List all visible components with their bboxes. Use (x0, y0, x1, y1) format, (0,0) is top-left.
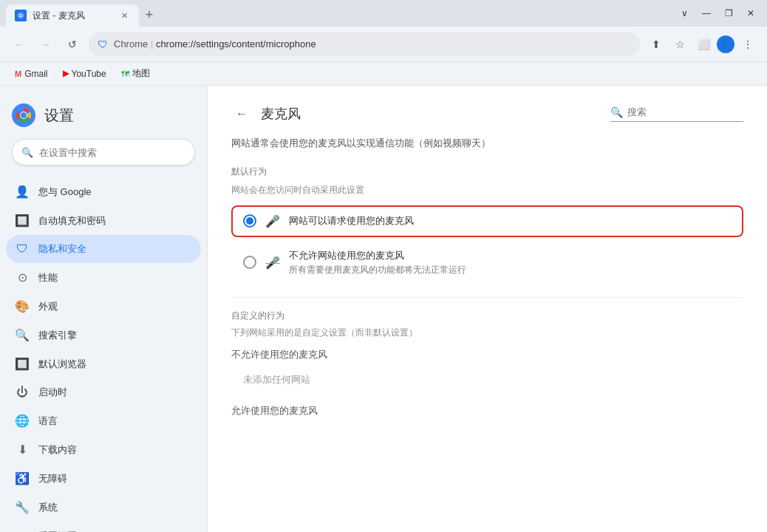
startup-icon: ⏻ (15, 386, 30, 399)
sidebar-label-system: 系统 (38, 501, 58, 514)
allow-microphone-option[interactable]: 🎤 网站可以请求使用您的麦克风 (231, 205, 743, 237)
sidebar-label-startup: 启动时 (38, 386, 67, 399)
sidebar-label-search: 搜索引擎 (38, 329, 77, 342)
deny-option-text: 不允许网站使用您的麦克风 所有需要使用麦克风的功能都将无法正常运行 (289, 249, 466, 276)
performance-icon: ⊙ (15, 270, 30, 284)
tab-title: 设置 - 麦克风 (33, 10, 112, 22)
maps-icon: 🗺 (121, 69, 129, 78)
bookmark-maps[interactable]: 🗺 地图 (115, 64, 156, 83)
forward-button[interactable]: → (35, 34, 56, 55)
chevron-down-button[interactable]: ∨ (674, 3, 695, 24)
active-tab[interactable]: 设置 - 麦克风 ✕ (6, 4, 139, 27)
header-search[interactable]: 🔍 (610, 106, 743, 122)
tab-close-button[interactable]: ✕ (118, 10, 130, 21)
reset-icon: ⟳ (15, 529, 30, 532)
reload-button[interactable]: ↺ (62, 34, 83, 55)
not-allowed-label: 不允许使用您的麦克风 (231, 348, 743, 361)
sidebar: 设置 🔍 👤 您与 Google 🔲 自动填充和密码 🛡 隐私和安全 ⊙ 性能 (0, 86, 207, 532)
allow-label: 允许使用您的麦克风 (231, 404, 743, 417)
tab-favicon (15, 10, 27, 21)
page-title: 麦克风 (261, 105, 301, 123)
auto-apply-desc: 网站会在您访问时自动采用此设置 (231, 184, 743, 197)
sidebar-item-startup[interactable]: ⏻ 启动时 (6, 378, 201, 406)
sidebar-label-performance: 性能 (38, 271, 58, 284)
settings-title: 设置 (44, 106, 74, 126)
sidebar-search-box[interactable]: 🔍 (12, 139, 195, 166)
microphone-description: 网站通常会使用您的麦克风以实现通信功能（例如视频聊天） (231, 136, 743, 151)
minimize-button[interactable]: — (696, 3, 717, 24)
sidebar-label-reset: 重置设置 (38, 530, 77, 533)
nav-actions: ⬆ ☆ ⬜ 👤 ⋮ (646, 34, 758, 55)
sidebar-item-language[interactable]: 🌐 语言 (6, 406, 201, 435)
back-button[interactable]: ← (9, 34, 30, 55)
gmail-label: Gmail (24, 69, 47, 79)
language-icon: 🌐 (15, 414, 30, 428)
bookmark-gmail[interactable]: M Gmail (9, 66, 54, 82)
sidebar-item-google[interactable]: 👤 您与 Google (6, 177, 201, 206)
sidebar-search-input[interactable] (39, 147, 185, 158)
autofill-icon: 🔲 (15, 214, 30, 228)
shield-icon: 🛡 (15, 242, 30, 256)
page-back-button[interactable]: ← (231, 103, 252, 124)
sidebar-item-performance[interactable]: ⊙ 性能 (6, 263, 201, 292)
sidebar-item-reset[interactable]: ⟳ 重置设置 (6, 522, 201, 532)
mic-deny-icon: 🎤 (265, 256, 280, 270)
chrome-logo (12, 103, 35, 127)
close-button[interactable]: ✕ (740, 3, 761, 24)
sidebar-item-privacy[interactable]: 🛡 隐私和安全 (6, 235, 201, 263)
youtube-label: YouTube (72, 69, 106, 79)
deny-microphone-sublabel: 所有需要使用麦克风的功能都将无法正常运行 (289, 264, 466, 276)
share-button[interactable]: ⬆ (646, 34, 667, 55)
sidebar-item-system[interactable]: 🔧 系统 (6, 493, 201, 522)
new-tab-button[interactable]: + (139, 4, 160, 25)
address-bar[interactable]: 🛡 Chrome | chrome://settings/content/mic… (89, 33, 640, 56)
extension-button[interactable]: ⬜ (693, 34, 714, 55)
svg-point-5 (21, 112, 27, 118)
mic-allow-icon: 🎤 (265, 214, 280, 228)
sidebar-item-download[interactable]: ⬇ 下载内容 (6, 435, 201, 464)
sidebar-item-browser[interactable]: 🔲 默认浏览器 (6, 349, 201, 378)
profile-avatar[interactable]: 👤 (717, 35, 734, 53)
bookmarks-bar: M Gmail ▶ YouTube 🗺 地图 (0, 62, 767, 86)
download-icon: ⬇ (15, 443, 30, 457)
svg-point-2 (20, 15, 22, 17)
header-search-input[interactable] (627, 106, 731, 117)
content-header-left: ← 麦克风 (231, 103, 301, 124)
menu-button[interactable]: ⋮ (737, 34, 758, 55)
not-allowed-empty: 未添加任何网站 (231, 367, 743, 392)
address-separator: | (151, 38, 156, 50)
main-area: 设置 🔍 👤 您与 Google 🔲 自动填充和密码 🛡 隐私和安全 ⊙ 性能 (0, 86, 767, 532)
sidebar-nav: 👤 您与 Google 🔲 自动填充和密码 🛡 隐私和安全 ⊙ 性能 🎨 外观 … (0, 177, 207, 532)
chrome-label: Chrome (114, 38, 148, 50)
sidebar-item-autofill[interactable]: 🔲 自动填充和密码 (6, 206, 201, 235)
content-header: ← 麦克风 🔍 (231, 103, 743, 124)
sidebar-item-search[interactable]: 🔍 搜索引擎 (6, 321, 201, 349)
sidebar-item-appearance[interactable]: 🎨 外观 (6, 292, 201, 321)
window-controls: ∨ — ❐ ✕ (668, 0, 767, 27)
custom-behavior-sub: 下列网站采用的是自定义设置（而非默认设置） (231, 327, 743, 339)
youtube-icon: ▶ (63, 69, 69, 78)
deny-microphone-option[interactable]: 🎤 不允许网站使用您的麦克风 所有需要使用麦克风的功能都将无法正常运行 (231, 240, 743, 285)
bookmark-youtube[interactable]: ▶ YouTube (57, 66, 112, 82)
restore-button[interactable]: ❐ (718, 3, 739, 24)
deny-radio-button[interactable] (243, 256, 256, 269)
accessibility-icon: ♿ (15, 471, 30, 485)
section-divider (231, 297, 743, 298)
sidebar-label-autofill: 自动填充和密码 (38, 214, 106, 228)
sidebar-item-accessibility[interactable]: ♿ 无障碍 (6, 464, 201, 493)
sidebar-label-accessibility: 无障碍 (38, 472, 67, 485)
allow-radio-button[interactable] (243, 214, 256, 228)
sidebar-label-browser: 默认浏览器 (38, 358, 86, 371)
bookmark-button[interactable]: ☆ (669, 34, 690, 55)
security-icon: 🛡 (98, 38, 108, 50)
sidebar-search-icon: 🔍 (21, 147, 33, 158)
browser-icon: 🔲 (15, 357, 30, 371)
person-icon: 👤 (15, 185, 30, 199)
sidebar-label-language: 语言 (38, 415, 58, 428)
address-text: Chrome | chrome://settings/content/micro… (114, 38, 631, 50)
settings-header: 设置 (0, 98, 207, 139)
nav-bar: ← → ↺ 🛡 Chrome | chrome://settings/conte… (0, 27, 767, 62)
search-engine-icon: 🔍 (15, 328, 30, 342)
deny-microphone-label: 不允许网站使用您的麦克风 (289, 249, 466, 262)
system-icon: 🔧 (15, 500, 30, 514)
